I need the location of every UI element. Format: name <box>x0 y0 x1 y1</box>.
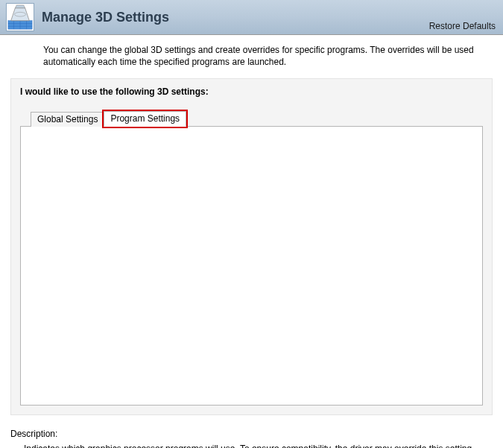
tab-global-settings[interactable]: Global Settings <box>31 112 104 127</box>
restore-defaults-link[interactable]: Restore Defaults <box>429 21 496 31</box>
tab-content-area <box>20 126 483 406</box>
settings-panel: I would like to use the following 3D set… <box>10 78 493 415</box>
intro-text: You can change the global 3D settings an… <box>0 35 503 74</box>
tab-program-settings[interactable]: Program Settings <box>104 111 186 127</box>
svg-marker-8 <box>15 5 25 8</box>
description-block: Description: Indicates which graphics pr… <box>10 429 493 448</box>
tabs-row: Global Settings Program Settings <box>31 110 483 126</box>
description-label: Description: <box>10 429 493 439</box>
header-bar: Manage 3D Settings Restore Defaults <box>0 0 503 35</box>
description-text: Indicates which graphics processor progr… <box>10 444 493 448</box>
panel-title: I would like to use the following 3D set… <box>20 86 483 97</box>
app-3d-icon <box>6 3 34 31</box>
svg-marker-7 <box>11 8 30 21</box>
page-title: Manage 3D Settings <box>42 10 169 25</box>
